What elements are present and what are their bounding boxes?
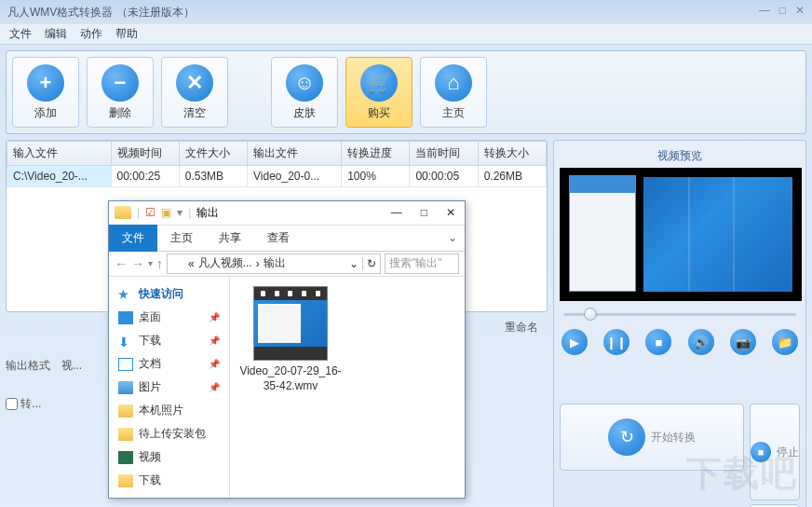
sidebar-desktop[interactable]: 桌面📌 bbox=[109, 306, 229, 329]
titlebar: 凡人WMV格式转换器 （未注册版本） — □ ✕ bbox=[0, 0, 812, 24]
address-bar[interactable]: « 凡人视频... › 输出 ⌄ ↻ bbox=[167, 254, 381, 274]
nav-back[interactable]: ← bbox=[115, 256, 128, 271]
preview-title: 视频预览 bbox=[560, 146, 800, 168]
buy-button[interactable]: 🛒购买 bbox=[345, 57, 413, 128]
snapshot-button[interactable]: 📷 bbox=[730, 329, 756, 355]
minimize-button[interactable]: — bbox=[759, 4, 770, 17]
stop-icon: ■ bbox=[751, 442, 771, 462]
explorer-search[interactable]: 搜索"输出" bbox=[385, 254, 459, 274]
toolbar: +添加 −删除 ✕清空 ☺皮肤 🛒购买 ⌂主页 bbox=[6, 50, 806, 134]
close-button[interactable]: ✕ bbox=[795, 4, 805, 17]
menubar: 文件 编辑 动作 帮助 bbox=[0, 24, 812, 45]
ribbon-tab-share[interactable]: 共享 bbox=[206, 225, 254, 252]
menu-action[interactable]: 动作 bbox=[80, 26, 102, 42]
ribbon-tab-view[interactable]: 查看 bbox=[254, 225, 303, 252]
quick-check-icon[interactable]: ☑ bbox=[145, 206, 156, 219]
app-title: 凡人WMV格式转换器 （未注册版本） bbox=[7, 5, 195, 21]
sidebar-downloads[interactable]: ⬇下载📌 bbox=[109, 329, 229, 352]
cart-icon: 🛒 bbox=[360, 64, 398, 102]
player-buttons: ▶ ❙❙ ■ 🔊 📷 📁 bbox=[560, 327, 800, 359]
explorer-content[interactable]: Video_20-07-29_16-35-42.wmv bbox=[230, 277, 465, 498]
home-button[interactable]: ⌂主页 bbox=[420, 57, 487, 128]
open-folder-button[interactable]: 📁 bbox=[772, 329, 798, 355]
menu-help[interactable]: 帮助 bbox=[115, 26, 138, 42]
explorer-nav: ← → ▾ ↑ « 凡人视频... › 输出 ⌄ ↻ 搜索"输出" bbox=[109, 252, 465, 277]
folder-icon bbox=[115, 206, 131, 219]
ribbon-expand-icon[interactable]: ⌄ bbox=[448, 231, 457, 244]
minus-icon: − bbox=[102, 64, 139, 102]
nav-up[interactable]: ↑ bbox=[156, 256, 163, 271]
stop-convert-button[interactable]: ■ 停止 bbox=[750, 404, 800, 500]
output-format-label: 输出格式 bbox=[6, 358, 50, 374]
explorer-ribbon: 文件 主页 共享 查看 ⌄ bbox=[109, 226, 465, 252]
explorer-sidebar: ★快速访问 桌面📌 ⬇下载📌 文档📌 图片📌 本机照片 待上传安装包 视频 下载 bbox=[109, 277, 230, 498]
explorer-maximize[interactable]: □ bbox=[417, 206, 431, 219]
file-item[interactable]: Video_20-07-29_16-35-42.wmv bbox=[239, 286, 342, 393]
col-output[interactable]: 输出文件 bbox=[248, 142, 342, 166]
window-controls: — □ ✕ bbox=[759, 4, 805, 17]
col-input[interactable]: 输入文件 bbox=[7, 142, 112, 166]
x-icon: ✕ bbox=[176, 64, 213, 102]
volume-button[interactable]: 🔊 bbox=[688, 329, 714, 355]
skin-button[interactable]: ☺皮肤 bbox=[271, 57, 338, 128]
file-explorer-window: | ☑ ▣ ▾ | 输出 — □ ✕ 文件 主页 共享 查看 ⌄ ← → ▾ ↑… bbox=[108, 200, 466, 499]
clear-button[interactable]: ✕清空 bbox=[161, 57, 228, 128]
sidebar-quick-access[interactable]: ★快速访问 bbox=[109, 282, 229, 306]
add-button[interactable]: +添加 bbox=[12, 57, 79, 128]
sidebar-docs[interactable]: 文档📌 bbox=[109, 352, 229, 376]
explorer-close[interactable]: ✕ bbox=[442, 206, 459, 219]
nav-history[interactable]: ▾ bbox=[148, 258, 153, 268]
col-progress[interactable]: 转换进度 bbox=[342, 142, 410, 166]
video-file-icon bbox=[253, 286, 328, 361]
file-name: Video_20-07-29_16-35-42.wmv bbox=[239, 364, 342, 393]
col-vtime[interactable]: 视频时间 bbox=[111, 142, 179, 166]
explorer-minimize[interactable]: — bbox=[387, 206, 406, 219]
table-row[interactable]: C:\Video_20-... 00:00:25 0.53MB Video_20… bbox=[7, 166, 547, 187]
preview-pane: 视频预览 ▶ ❙❙ ■ 🔊 📷 📁 ↻ 开始转换 ■ 停止 bbox=[553, 140, 806, 507]
smile-icon: ☺ bbox=[286, 64, 323, 102]
delete-button[interactable]: −删除 bbox=[87, 57, 154, 128]
convert-checkbox[interactable] bbox=[6, 398, 18, 410]
video-label: 视... bbox=[61, 358, 82, 374]
start-convert-button[interactable]: ↻ 开始转换 bbox=[560, 404, 744, 471]
col-fsize[interactable]: 文件大小 bbox=[179, 142, 247, 166]
stop-button[interactable]: ■ bbox=[645, 329, 671, 355]
seek-slider[interactable] bbox=[560, 307, 800, 322]
col-curtime[interactable]: 当前时间 bbox=[410, 142, 478, 166]
ribbon-tab-home[interactable]: 主页 bbox=[157, 225, 206, 252]
menu-file[interactable]: 文件 bbox=[9, 26, 32, 42]
convert-checkbox-label[interactable]: 转... bbox=[6, 396, 41, 412]
pause-button[interactable]: ❙❙ bbox=[603, 329, 629, 355]
ribbon-tab-file[interactable]: 文件 bbox=[109, 225, 157, 252]
video-preview[interactable] bbox=[560, 168, 802, 301]
explorer-title: 输出 bbox=[196, 205, 219, 221]
play-button[interactable]: ▶ bbox=[562, 329, 588, 355]
sidebar-pending[interactable]: 待上传安装包 bbox=[109, 422, 229, 445]
explorer-titlebar[interactable]: | ☑ ▣ ▾ | 输出 — □ ✕ bbox=[109, 201, 465, 226]
plus-icon: + bbox=[27, 64, 64, 102]
rename-label[interactable]: 重命名 bbox=[505, 320, 538, 336]
quick-folder-icon[interactable]: ▣ bbox=[161, 206, 171, 219]
home-icon: ⌂ bbox=[435, 64, 472, 102]
sidebar-localpics[interactable]: 本机照片 bbox=[109, 399, 229, 422]
sidebar-video[interactable]: 视频 bbox=[109, 445, 229, 469]
sidebar-pics[interactable]: 图片📌 bbox=[109, 376, 229, 399]
maximize-button[interactable]: □ bbox=[779, 4, 786, 17]
refresh-icon: ↻ bbox=[608, 418, 645, 456]
menu-edit[interactable]: 编辑 bbox=[45, 26, 67, 42]
col-csize[interactable]: 转换大小 bbox=[478, 142, 546, 166]
nav-forward[interactable]: → bbox=[131, 256, 144, 271]
folder-icon bbox=[171, 258, 184, 268]
sidebar-downloads2[interactable]: 下载 bbox=[109, 469, 229, 492]
